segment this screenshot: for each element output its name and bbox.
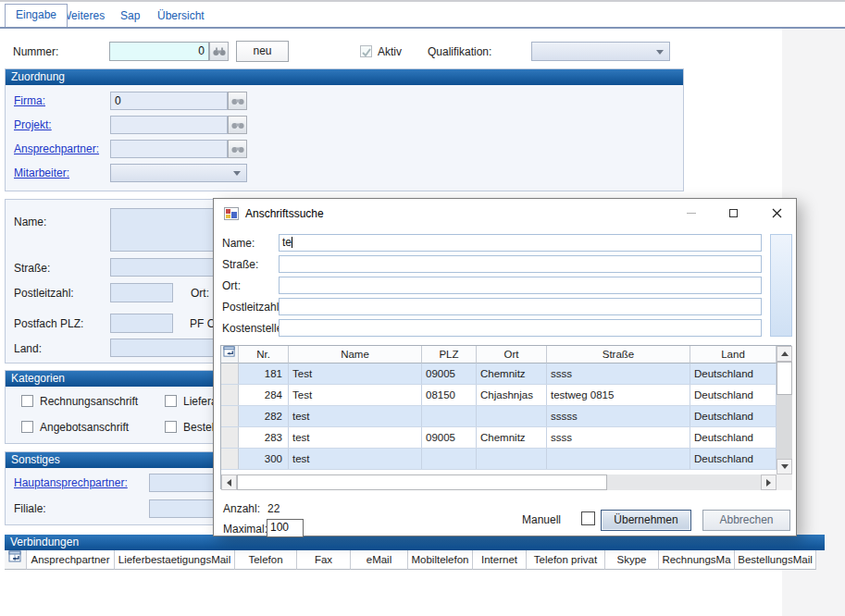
grid-column-header[interactable]: Name [289, 346, 422, 363]
neu-button[interactable]: neu [236, 41, 289, 62]
projekt-search-button[interactable] [228, 116, 247, 134]
tab-eingabe[interactable]: Eingabe [5, 4, 68, 27]
mitarbeiter-link[interactable]: Mitarbeiter: [14, 166, 69, 179]
grid-cell-strasse: ssss [547, 363, 690, 385]
aktiv-checkbox[interactable] [360, 45, 372, 57]
strasse-label: Straße: [14, 262, 50, 275]
dialog-strasse-input[interactable] [279, 255, 762, 273]
hscroll-thumb[interactable] [237, 474, 607, 490]
chevron-down-icon [233, 171, 241, 176]
grid-row[interactable]: 181Test09005ChemnitzssssDeutschland [221, 363, 777, 385]
grid-customize-icon-cell[interactable] [221, 346, 239, 363]
verbindungen-column-header[interactable]: BestellungsMail [735, 550, 816, 570]
row-selector-cell [221, 363, 239, 385]
dialog-kostenstelle-input[interactable] [279, 319, 762, 337]
lieferanschrift-checkbox[interactable] [165, 395, 177, 407]
abbrechen-button[interactable]: Abbrechen [702, 510, 790, 531]
arrow-up-icon [781, 351, 789, 356]
close-button[interactable] [764, 203, 789, 224]
verbindungen-column-header[interactable]: Fax [297, 550, 351, 570]
grid-cell-land: Deutschland [690, 363, 777, 385]
scroll-down-button[interactable] [777, 459, 792, 474]
dialog-postleitzahl-input[interactable] [279, 298, 762, 315]
dialog-name-input[interactable]: te [279, 234, 762, 252]
grid-cell-name: Test [289, 385, 422, 406]
ansprechpartner-input[interactable] [110, 140, 228, 158]
maximize-button[interactable] [720, 203, 746, 224]
grid-column-header[interactable]: Nr. [239, 346, 289, 363]
grid-cell-plz: 08150 [422, 385, 477, 406]
qualifikation-dropdown[interactable] [531, 42, 670, 61]
hauptansprechpartner-link[interactable]: Hauptansprechpartner: [14, 476, 128, 489]
grid-column-header[interactable]: PLZ [422, 346, 477, 363]
grid-cell-nr: 283 [239, 427, 289, 449]
grid-customize-icon-cell[interactable] [5, 550, 27, 570]
binoculars-icon [231, 92, 244, 109]
tab-uebersicht[interactable]: Übersicht [157, 9, 205, 22]
grid-vscrollbar[interactable] [777, 346, 792, 474]
rechnungsanschrift-checkbox[interactable] [21, 395, 33, 407]
grid-header-row: Nr.NamePLZOrtStraßeLand [221, 346, 777, 363]
grid-cell-land: Deutschland [690, 406, 777, 427]
verbindungen-column-header[interactable]: Skype [605, 550, 659, 570]
nummer-search-button[interactable] [209, 42, 229, 61]
firma-search-button[interactable] [228, 92, 247, 110]
verbindungen-column-header[interactable]: Ansprechpartner [27, 550, 115, 570]
ansprechpartner-search-button[interactable] [228, 140, 247, 158]
verbindungen-table-header: AnsprechpartnerLieferbestaetigungsMailTe… [5, 550, 816, 570]
dialog-kostenstelle-label: Kostenstelle: [222, 322, 286, 335]
chevron-down-icon [656, 50, 664, 55]
scroll-left-button[interactable] [221, 474, 237, 490]
dialog-titlebar[interactable]: Anschriftssuche [214, 199, 796, 228]
postfach-plz-input[interactable] [110, 314, 173, 333]
grid-cell-land: Deutschland [690, 385, 777, 406]
scroll-right-button[interactable] [761, 474, 777, 490]
grid-row[interactable]: 282testsssssDeutschland [221, 406, 777, 427]
uebernehmen-button[interactable]: Übernehmen [601, 510, 691, 531]
projekt-link[interactable]: Projekt: [14, 118, 52, 131]
nummer-input[interactable]: 0 [109, 42, 209, 61]
dialog-ort-input[interactable] [279, 277, 762, 294]
verbindungen-column-header[interactable]: Telefon [235, 550, 297, 570]
verbindungen-column-header[interactable]: Mobiltelefon [408, 550, 473, 570]
mitarbeiter-dropdown[interactable] [110, 164, 247, 182]
scroll-up-button[interactable] [777, 346, 792, 362]
grid-row[interactable]: 283test09005ChemnitzssssDeutschland [221, 427, 777, 449]
manuell-checkbox[interactable] [581, 511, 595, 525]
tab-sap[interactable]: Sap [120, 9, 140, 22]
minimize-button[interactable] [678, 203, 704, 224]
maximal-input[interactable]: 100 [267, 519, 304, 537]
angebotsanschrift-checkbox[interactable] [21, 421, 33, 433]
grid-row[interactable]: 284Test08150Chjashnjastestweg 0815Deutsc… [221, 385, 777, 406]
qualifikation-value [532, 45, 536, 58]
firma-input[interactable]: 0 [110, 92, 228, 110]
grid-column-header[interactable]: Ort [477, 346, 547, 363]
vscroll-thumb[interactable] [777, 362, 792, 395]
tab-weiteres[interactable]: Weiteres [61, 9, 105, 22]
grid-hscrollbar[interactable] [221, 474, 792, 490]
anzahl-value: 22 [267, 502, 280, 515]
verbindungen-column-header[interactable]: LieferbestaetigungsMail [115, 550, 235, 570]
grid-icon [223, 349, 236, 360]
ansprechpartner-link[interactable]: Ansprechpartner: [14, 142, 99, 155]
grid-column-header[interactable]: Land [690, 346, 777, 363]
verbindungen-column-header[interactable]: RechnungsMa [659, 550, 735, 570]
verbindungen-column-header[interactable]: Telefon privat [527, 550, 605, 570]
bestellanschrift-checkbox[interactable] [165, 421, 177, 433]
grid-icon [8, 554, 22, 565]
grid-cell-ort: Chemnitz [477, 427, 547, 449]
dialog-name-label: Name: [222, 237, 255, 250]
grid-cell-ort [477, 406, 547, 427]
postleitzahl-input[interactable] [110, 283, 173, 302]
grid-column-header[interactable]: Straße [547, 346, 690, 363]
firma-link[interactable]: Firma: [14, 94, 45, 107]
postfach-plz-label: Postfach PLZ: [14, 317, 83, 330]
verbindungen-column-header[interactable]: Internet [473, 550, 527, 570]
grid-row[interactable]: 300testDeutschland [221, 449, 777, 470]
dialog-postleitzahl-label: Postleitzahl: [222, 301, 282, 314]
arrow-right-icon [766, 479, 771, 487]
grid-cell-ort: Chemnitz [477, 363, 547, 385]
verbindungen-column-header[interactable]: eMail [351, 550, 408, 570]
projekt-input[interactable] [110, 116, 228, 134]
dialog-side-search-button[interactable] [770, 234, 792, 337]
